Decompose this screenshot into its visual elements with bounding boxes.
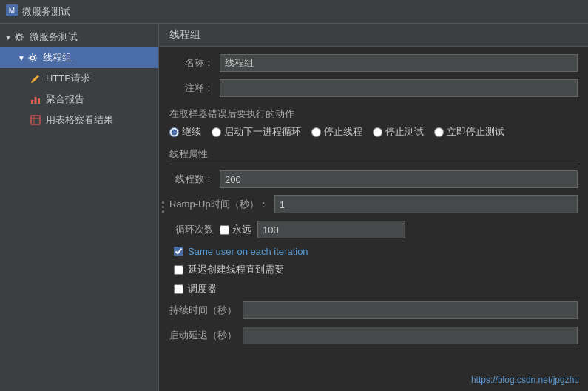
- duration-label: 持续时间（秒）: [169, 304, 237, 317]
- sidebar-item-aggregate[interactable]: 聚合报告: [0, 89, 158, 110]
- main-layout: ▼ 微服务测试 ▼ 线程组: [0, 24, 588, 391]
- sidebar-item-root-label: 微服务测试: [30, 30, 78, 44]
- expand-arrow-thread-icon: ▼: [18, 54, 25, 62]
- startup-delay-input[interactable]: [243, 327, 578, 344]
- startup-delay-row: 启动延迟（秒）: [169, 327, 578, 344]
- name-input[interactable]: [220, 54, 578, 72]
- startup-delay-label: 启动延迟（秒）: [169, 329, 237, 342]
- form-area: 名称： 注释： 在取样器错误后要执行的动作 继续: [159, 47, 588, 359]
- same-user-label[interactable]: Same user on each iteration: [188, 246, 308, 257]
- duration-input[interactable]: [243, 301, 578, 319]
- pencil-icon: [30, 73, 41, 84]
- top-bar-title: 微服务测试: [22, 5, 70, 19]
- forever-label: 永远: [232, 223, 251, 236]
- forever-checkbox-wrapper[interactable]: 永远: [220, 223, 251, 236]
- radio-continue[interactable]: 继续: [169, 125, 201, 138]
- radio-next-loop-input[interactable]: [212, 127, 221, 137]
- ramp-up-row: Ramp-Up时间（秒）：: [169, 196, 578, 213]
- error-action-section: 在取样器错误后要执行的动作 继续 启动下一进程循环 停止线程: [169, 104, 578, 141]
- scheduler-row: 调度器: [169, 282, 578, 295]
- name-label: 名称：: [169, 56, 214, 70]
- svg-rect-5: [35, 97, 37, 104]
- error-action-group: 继续 启动下一进程循环 停止线程 停止测试: [169, 125, 578, 138]
- delay-create-row: 延迟创建线程直到需要: [169, 263, 578, 276]
- ramp-up-label: Ramp-Up时间（秒）：: [169, 198, 268, 211]
- sidebar: ▼ 微服务测试 ▼ 线程组: [0, 24, 159, 391]
- radio-continue-input[interactable]: [169, 127, 179, 137]
- sidebar-item-root[interactable]: ▼ 微服务测试: [0, 27, 158, 47]
- delay-create-label[interactable]: 延迟创建线程直到需要: [188, 263, 284, 276]
- settings-icon: [13, 31, 25, 43]
- radio-stop-test-label: 停止测试: [385, 125, 424, 138]
- radio-stop-test-now[interactable]: 立即停止测试: [434, 125, 504, 138]
- comment-input[interactable]: [220, 79, 578, 97]
- radio-stop-test-now-label: 立即停止测试: [447, 125, 504, 138]
- svg-rect-7: [31, 116, 40, 124]
- duration-row: 持续时间（秒）: [169, 301, 578, 319]
- comment-label: 注释：: [169, 81, 214, 95]
- sidebar-item-thread-group-label: 线程组: [43, 51, 72, 64]
- radio-stop-thread[interactable]: 停止线程: [311, 125, 362, 138]
- loop-count-label: 循环次数: [169, 223, 214, 236]
- sidebar-item-results[interactable]: 用表格察看结果: [0, 110, 158, 130]
- radio-next-loop[interactable]: 启动下一进程循环: [212, 125, 301, 138]
- radio-stop-test-now-input[interactable]: [434, 127, 444, 137]
- sidebar-item-http[interactable]: HTTP请求: [0, 68, 158, 89]
- radio-stop-thread-label: 停止线程: [324, 125, 362, 138]
- content-header: 线程组: [159, 24, 588, 47]
- sidebar-item-aggregate-label: 聚合报告: [46, 93, 84, 106]
- radio-next-loop-label: 启动下一进程循环: [224, 125, 301, 138]
- svg-text:M: M: [9, 7, 15, 15]
- name-row: 名称：: [169, 54, 578, 72]
- chart-icon: [30, 93, 41, 105]
- delay-create-checkbox[interactable]: [174, 265, 183, 275]
- scheduler-checkbox[interactable]: [174, 284, 183, 294]
- comment-row: 注释：: [169, 79, 578, 97]
- forever-checkbox[interactable]: [220, 225, 229, 235]
- same-user-checkbox[interactable]: [174, 247, 183, 256]
- thread-count-row: 线程数：: [169, 170, 578, 188]
- radio-stop-thread-input[interactable]: [311, 127, 321, 137]
- sidebar-item-thread-group[interactable]: ▼ 线程组: [0, 47, 158, 68]
- thread-props-section: 线程属性 线程数： Ramp-Up时间（秒）： 循环次数: [169, 147, 578, 344]
- top-bar: M 微服务测试: [0, 0, 588, 24]
- thread-count-input[interactable]: [220, 170, 578, 188]
- loop-count-input[interactable]: [257, 221, 405, 238]
- footer-link[interactable]: https://blog.csdn.net/jpgzhu: [471, 375, 579, 385]
- sidebar-item-http-label: HTTP请求: [46, 72, 90, 85]
- content-area: 线程组 名称： 注释： 在取样器错误后要执行的动作: [159, 24, 588, 391]
- svg-point-3: [30, 56, 34, 60]
- gear-icon: [27, 52, 38, 64]
- sidebar-item-results-label: 用表格察看结果: [46, 113, 113, 127]
- expand-arrow-icon: ▼: [4, 33, 12, 41]
- error-action-label: 在取样器错误后要执行的动作: [169, 107, 578, 121]
- svg-rect-4: [31, 100, 33, 104]
- same-user-row: Same user on each iteration: [169, 246, 578, 257]
- vertical-dots-menu[interactable]: [159, 200, 167, 214]
- radio-stop-test[interactable]: 停止测试: [373, 125, 424, 138]
- thread-count-label: 线程数：: [169, 173, 214, 186]
- radio-continue-label: 继续: [182, 125, 201, 138]
- svg-point-2: [17, 35, 21, 39]
- scheduler-label[interactable]: 调度器: [188, 282, 217, 295]
- table-icon: [30, 114, 41, 126]
- svg-rect-6: [38, 98, 40, 104]
- radio-stop-test-input[interactable]: [373, 127, 382, 137]
- loop-count-row: 循环次数 永远: [169, 221, 578, 238]
- ramp-up-input[interactable]: [274, 196, 578, 213]
- props-title: 线程属性: [169, 147, 578, 164]
- app-icon: M: [6, 4, 18, 19]
